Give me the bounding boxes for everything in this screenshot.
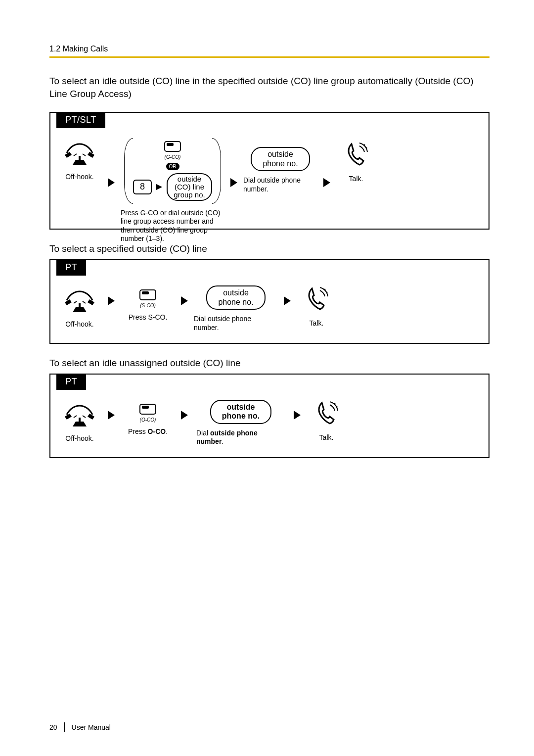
page: 1.2 Making Calls To select an idle outsi… [0, 0, 534, 756]
subheading-specified-line: To select a specified outside (CO) line [49, 243, 490, 254]
handset-icon [64, 138, 95, 168]
step-caption: Talk. [319, 433, 334, 442]
page-footer: 20 User Manual [49, 722, 111, 732]
oco-key: (O-CO) [139, 404, 156, 423]
svg-rect-1 [167, 143, 174, 146]
diagram-group-access: PT/SLT Off-hook. [49, 112, 490, 230]
phone-key-icon [139, 289, 156, 302]
caption-text: . [222, 437, 223, 445]
arrow-icon [283, 295, 292, 306]
step-dial-outside: outside phone no. Dial outside phone num… [243, 147, 317, 193]
step-caption: Off-hook. [65, 434, 93, 443]
flow-row: Off-hook. (O-CO) Press O-CO. [57, 400, 482, 446]
talk-icon [343, 141, 369, 170]
step-offhook: Off-hook. [57, 285, 102, 329]
svg-rect-5 [142, 291, 149, 294]
step-caption: Talk. [310, 319, 324, 328]
arrow-icon [229, 177, 238, 188]
flow-row: Off-hook. (G-CO) [57, 138, 482, 243]
step-press-gco-or-dial: (G-CO) OR 8 outside (CO) line group no. … [121, 138, 224, 243]
arrow-icon [107, 177, 116, 188]
footer-divider [64, 722, 65, 732]
bubble-outside-phone: outside phone no. [251, 147, 310, 171]
header-rule [49, 56, 490, 58]
handset-icon [64, 285, 95, 315]
diagram-tab: PT/SLT [56, 112, 105, 128]
handset-icon [64, 400, 95, 429]
svg-point-2 [364, 144, 365, 146]
diagram-tab: PT [56, 374, 86, 390]
sco-key: (S-CO) [139, 289, 156, 308]
phone-key-icon [139, 404, 156, 417]
caption-bold-text: O-CO [148, 427, 166, 435]
alternative-group: (G-CO) OR 8 outside (CO) line group no. [131, 138, 214, 203]
step-talk: Talk. [297, 285, 336, 328]
key-label: (G-CO) [165, 154, 181, 160]
step-press-sco: (S-CO) Press S-CO. [121, 289, 175, 322]
digit-8: 8 [133, 180, 152, 194]
page-number: 20 [49, 723, 57, 731]
step-caption: Press O-CO. [128, 427, 168, 436]
svg-point-10 [334, 403, 336, 405]
step-caption: Off-hook. [65, 173, 93, 182]
or-badge: OR [166, 163, 179, 170]
step-talk: Talk. [307, 400, 346, 442]
talk-icon [313, 400, 340, 428]
step-caption: Talk. [349, 175, 363, 184]
step-press-oco: (O-CO) Press O-CO. [121, 404, 175, 436]
talk-icon [303, 285, 330, 314]
arrow-icon [322, 177, 331, 188]
bubble-line-group-no: outside (CO) line group no. [167, 173, 212, 200]
arrow-icon [180, 410, 189, 421]
arrow-icon [156, 184, 163, 190]
flow-row: Off-hook. (S-CO) Press S-CO. [57, 285, 482, 332]
caption-text: . [166, 427, 168, 435]
svg-rect-9 [142, 406, 149, 409]
arrow-icon [107, 295, 116, 306]
section-number: 1.2 Making Calls [49, 45, 490, 53]
step-talk: Talk. [336, 141, 376, 184]
step-caption: Dial outside phone number. [196, 429, 285, 446]
bubble-outside-phone: outside phone no. [210, 400, 271, 424]
step-offhook: Off-hook. [57, 400, 102, 443]
arrow-icon [107, 410, 116, 421]
step-caption: Press G-CO or dial outside (CO) line gro… [121, 209, 224, 243]
diagram-tab: PT [56, 259, 86, 276]
arrow-icon [293, 410, 302, 421]
step-dial-outside: outside phone no. Dial outside phone num… [194, 285, 278, 332]
svg-point-6 [324, 289, 326, 290]
bubble-outside-phone: outside phone no. [206, 285, 265, 310]
manual-title: User Manual [72, 723, 111, 731]
subheading-idle-unassigned: To select an idle unassigned outside (CO… [49, 358, 490, 369]
key-label: (S-CO) [140, 303, 156, 308]
step-offhook: Off-hook. [57, 138, 102, 182]
step-caption: Off-hook. [65, 320, 93, 329]
page-header: 1.2 Making Calls [49, 45, 490, 53]
step-caption: Press S-CO. [129, 313, 168, 322]
phone-key-icon [164, 141, 181, 154]
svg-point-3 [366, 147, 367, 149]
caption-text: Press [128, 427, 148, 435]
key-label: (O-CO) [140, 417, 156, 423]
svg-point-11 [336, 406, 338, 408]
dial-8-row: 8 outside (CO) line group no. [133, 173, 212, 200]
diagram-specified-line: PT Off-hook. [49, 259, 490, 344]
step-caption: Dial outside phone number. [194, 315, 278, 332]
arrow-icon [180, 295, 189, 306]
caption-text: Dial [196, 429, 210, 437]
diagram-idle-unassigned: PT Off-hook. [49, 374, 490, 458]
step-dial-outside: outside phone no. Dial outside phone num… [194, 400, 288, 446]
svg-point-7 [326, 292, 328, 293]
gco-key: (G-CO) [164, 141, 181, 160]
step-caption: Dial outside phone number. [243, 176, 317, 193]
section-intro: To select an idle outside (CO) line in t… [49, 75, 490, 100]
